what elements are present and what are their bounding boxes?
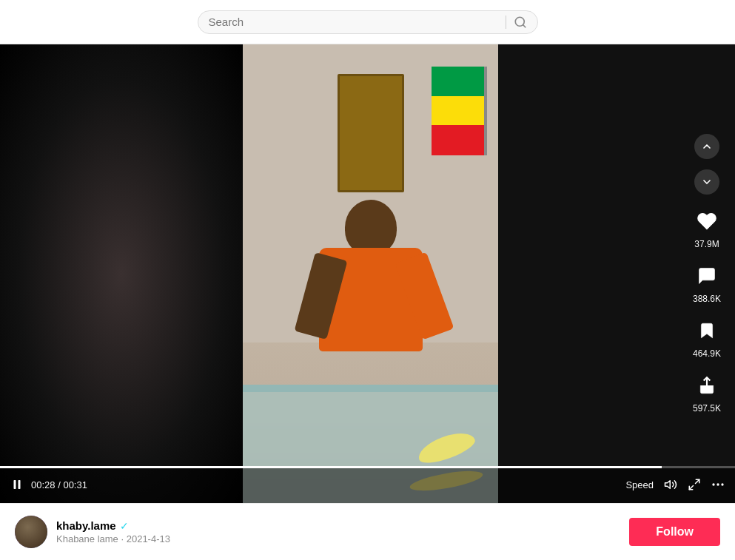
current-time: 00:28: [31, 479, 56, 490]
video-center: [243, 44, 498, 503]
speed-label: Speed: [625, 479, 654, 490]
svg-rect-3: [14, 480, 16, 489]
svg-rect-4: [19, 480, 21, 489]
comment-action: 388.6K: [691, 260, 723, 304]
svg-line-1: [523, 24, 525, 27]
video-player: 37.9M 388.6K 464.9K: [0, 44, 735, 503]
username-row: khaby.lame ✓: [56, 519, 170, 532]
search-button[interactable]: [514, 16, 527, 29]
search-divider: [506, 16, 506, 29]
avatar-image: [15, 516, 47, 548]
heart-icon: [697, 211, 717, 232]
bookmark-icon: [697, 321, 716, 340]
fullscreen-icon: [688, 478, 701, 491]
avatar: [15, 516, 47, 548]
svg-point-9: [716, 483, 719, 485]
prev-video-button[interactable]: [694, 134, 719, 159]
controls-right: Speed: [625, 478, 725, 491]
comment-icon: [697, 266, 717, 286]
header: [0, 0, 735, 44]
svg-marker-5: [665, 481, 671, 489]
like-action: 37.9M: [691, 205, 723, 249]
pause-icon: [10, 478, 24, 491]
more-icon: [711, 483, 725, 486]
share-action: 597.5K: [691, 369, 723, 414]
time-display: 00:28 / 00:31: [31, 479, 87, 490]
video-controls: 00:28 / 00:31 Speed: [0, 466, 735, 503]
bottom-bar: khaby.lame ✓ Khabane lame · 2021-4-13 Fo…: [0, 503, 735, 560]
person: [297, 200, 445, 407]
verified-badge: ✓: [120, 520, 129, 532]
more-options-button[interactable]: [711, 483, 725, 486]
svg-point-8: [712, 483, 714, 485]
side-actions: 37.9M 388.6K 464.9K: [691, 134, 723, 414]
pause-button[interactable]: [10, 478, 24, 491]
svg-line-7: [689, 486, 693, 490]
comment-count: 388.6K: [693, 294, 721, 304]
svg-point-10: [721, 483, 723, 485]
user-subtitle: Khabane lame · 2021-4-13: [56, 533, 170, 544]
follow-button[interactable]: Follow: [629, 518, 720, 546]
volume-icon: [664, 478, 677, 491]
user-info: khaby.lame ✓ Khabane lame · 2021-4-13: [56, 519, 170, 544]
share-icon: [697, 376, 716, 395]
progress-bar[interactable]: [0, 466, 735, 468]
progress-fill: [0, 466, 662, 468]
bookmark-action: 464.9K: [691, 314, 723, 359]
chevron-down-icon: [701, 176, 713, 188]
comment-button[interactable]: [691, 260, 723, 292]
chevron-up-icon: [701, 141, 713, 152]
bookmark-count: 464.9K: [693, 348, 721, 359]
scene-flag: [432, 67, 487, 155]
search-input[interactable]: [209, 16, 498, 28]
share-count: 597.5K: [693, 403, 721, 414]
username: khaby.lame: [56, 519, 116, 532]
display-name: Khabane lame: [56, 533, 118, 544]
volume-button[interactable]: [664, 478, 677, 491]
svg-line-6: [696, 479, 699, 483]
speed-button[interactable]: Speed: [625, 479, 654, 490]
bookmark-button[interactable]: [691, 314, 723, 347]
person-head: [345, 200, 397, 255]
search-container: [198, 10, 538, 34]
post-date: 2021-4-13: [127, 533, 170, 544]
dot-separator: ·: [121, 533, 126, 544]
like-count: 37.9M: [694, 239, 719, 249]
fullscreen-button[interactable]: [688, 478, 701, 491]
search-icon: [514, 16, 527, 29]
share-button[interactable]: [691, 369, 723, 402]
like-button[interactable]: [691, 205, 723, 237]
video-left-bg: [0, 44, 243, 503]
total-time: 00:31: [63, 479, 87, 490]
scene-door: [338, 74, 404, 192]
next-video-button[interactable]: [694, 169, 719, 195]
